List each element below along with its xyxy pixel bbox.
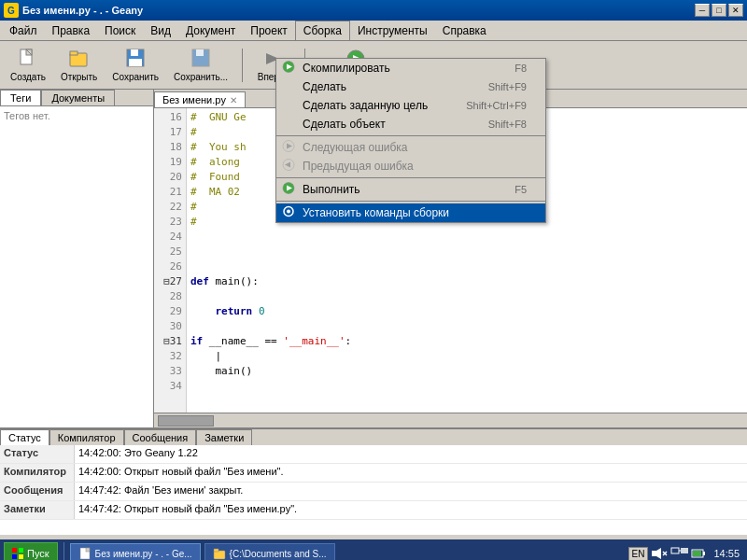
log-tab-messages[interactable]: Сообщения <box>124 429 197 445</box>
maximize-button[interactable]: □ <box>712 4 726 17</box>
save-label: Сохранить <box>112 72 159 82</box>
svg-point-22 <box>287 210 290 214</box>
log-label-0: Статус <box>0 445 75 463</box>
log-row-2: Сообщения 14:47:42: Файл 'Без имени' зак… <box>0 483 747 501</box>
run-menu-label: Выполнить <box>303 183 360 196</box>
network-icon <box>670 547 689 560</box>
start-button[interactable]: Пуск <box>4 542 58 560</box>
line-28: 28 <box>154 289 186 304</box>
svg-rect-36 <box>681 548 688 553</box>
menu-view[interactable]: Вид <box>143 21 178 40</box>
taskbar-item-0[interactable]: Без имени.py - . - Ge... <box>70 543 201 560</box>
log-tab-compiler[interactable]: Компилятор <box>49 429 124 445</box>
code-line-30 <box>190 319 743 334</box>
sidebar-content: Тегов нет. <box>0 106 153 427</box>
compile-menu-label: Скомпилировать <box>303 62 390 75</box>
open-button[interactable]: Открыть <box>54 45 104 86</box>
code-line-26 <box>190 259 743 274</box>
open-label: Открыть <box>61 72 97 82</box>
log-text-0: 14:42:00: Это Geany 1.22 <box>75 445 747 463</box>
line-29: 29 <box>154 304 186 319</box>
run-menu-icon <box>282 182 295 198</box>
log-tab-notes[interactable]: Заметки <box>196 429 252 445</box>
menu-item-make-target[interactable]: Сделать заданную цель Shift+Ctrl+F9 <box>276 96 545 115</box>
svg-rect-29 <box>214 551 225 559</box>
editor-tab-name: Без имени.py <box>162 94 226 105</box>
line-27: ⊟27 <box>154 274 186 289</box>
line-17: 17 <box>154 125 186 140</box>
compile-menu-icon <box>282 61 295 77</box>
code-line-31: if __name__ == '__main__': <box>190 334 743 349</box>
line-18: 18 <box>154 140 186 155</box>
code-line-32: | <box>190 349 743 364</box>
menu-document[interactable]: Документ <box>178 21 243 40</box>
menu-search[interactable]: Поиск <box>97 21 143 40</box>
menu-help[interactable]: Справка <box>435 21 494 40</box>
log-label-3: Заметки <box>0 501 75 519</box>
menu-tools[interactable]: Инструменты <box>350 21 435 40</box>
editor-tab-file[interactable]: Без имени.py ✕ <box>154 91 246 107</box>
scrollbar-thumb[interactable] <box>158 415 214 427</box>
line-31: ⊟31 <box>154 334 186 349</box>
menu-item-make[interactable]: Сделать Shift+F9 <box>276 77 545 96</box>
menu-build[interactable]: Сборка <box>295 21 350 40</box>
log-label-2: Сообщения <box>0 483 75 500</box>
run-menu-shortcut: F5 <box>514 184 527 195</box>
app-icon: G <box>4 3 19 18</box>
line-34: 34 <box>154 379 186 394</box>
make-target-menu-label: Сделать заданную цель <box>303 99 428 112</box>
svg-rect-28 <box>86 548 90 552</box>
make-target-menu-shortcut: Shift+Ctrl+F9 <box>466 100 527 111</box>
svg-rect-25 <box>12 554 17 559</box>
menu-file[interactable]: Файл <box>2 21 45 40</box>
log-row-3: Заметки 14:47:42: Открыт новый файл "Без… <box>0 501 747 520</box>
svg-rect-6 <box>131 49 138 56</box>
log-label-1: Компилятор <box>0 464 75 482</box>
menu-separator-2 <box>276 177 545 178</box>
tab-tags[interactable]: Теги <box>0 90 41 105</box>
svg-rect-23 <box>12 548 17 553</box>
svg-rect-35 <box>671 548 679 553</box>
menu-edit[interactable]: Правка <box>45 21 98 40</box>
build-dropdown-menu: Скомпилировать F8 Сделать Shift+F9 Сдела… <box>275 58 546 223</box>
geany-taskbar-icon <box>78 547 92 560</box>
saveas-button[interactable]: Сохранить... <box>167 45 234 86</box>
log-row-0: Статус 14:42:00: Это Geany 1.22 <box>0 445 747 464</box>
prev-error-icon <box>282 159 295 175</box>
code-line-34 <box>190 379 743 394</box>
log-content: Статус 14:42:00: Это Geany 1.22 Компилят… <box>0 445 747 535</box>
line-26: 26 <box>154 259 186 274</box>
log-tab-status[interactable]: Статус <box>0 429 49 445</box>
clock: 14:55 <box>710 548 743 559</box>
no-tags-label: Тегов нет. <box>4 110 50 121</box>
menu-project[interactable]: Проект <box>243 21 295 40</box>
save-icon <box>124 48 147 70</box>
compile-menu-shortcut: F8 <box>514 63 527 74</box>
line-25: 25 <box>154 245 186 259</box>
tab-documents[interactable]: Документы <box>41 90 115 105</box>
close-button[interactable]: ✕ <box>728 4 743 17</box>
tab-close-icon[interactable]: ✕ <box>230 95 237 105</box>
taskbar: Пуск Без имени.py - . - Ge... {C:\Docume… <box>0 539 747 560</box>
code-line-27: def main(): <box>190 274 743 289</box>
menu-item-compile[interactable]: Скомпилировать F8 <box>276 59 545 77</box>
log-text-2: 14:47:42: Файл 'Без имени' закрыт. <box>75 483 747 500</box>
minimize-button[interactable]: ─ <box>695 4 710 17</box>
menu-item-run[interactable]: Выполнить F5 <box>276 180 545 199</box>
start-icon <box>12 548 23 559</box>
menu-item-prev-error: Предыдущая ошибка <box>276 157 545 175</box>
taskbar-right: EN 14:55 <box>628 547 743 561</box>
log-area: Статус Компилятор Сообщения Заметки Стат… <box>0 427 747 539</box>
sidebar: Теги Документы Тегов нет. <box>0 90 154 427</box>
volume-icon <box>650 547 669 560</box>
horizontal-scrollbar[interactable] <box>154 413 747 427</box>
save-button[interactable]: Сохранить <box>106 45 165 86</box>
taskbar-item-0-label: Без имени.py - . - Ge... <box>95 549 192 559</box>
menu-item-make-object[interactable]: Сделать объект Shift+F8 <box>276 115 545 133</box>
menu-item-set-build[interactable]: Установить команды сборки <box>276 203 545 222</box>
open-icon <box>68 48 91 70</box>
svg-rect-26 <box>19 554 23 559</box>
toolbar-group-file: Создать Открыть Сохранить Сохранить... <box>4 45 234 86</box>
taskbar-item-1[interactable]: {C:\Documents and S... <box>204 543 335 560</box>
new-button[interactable]: Создать <box>4 45 52 86</box>
